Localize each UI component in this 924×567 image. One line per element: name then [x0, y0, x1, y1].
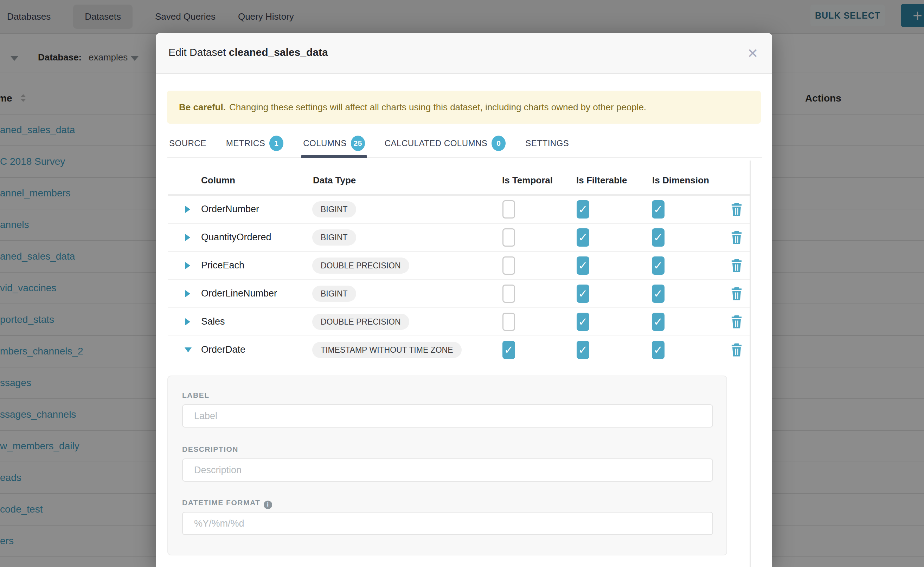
tab-settings[interactable]: SETTINGS	[525, 134, 569, 153]
warning-text: Changing these settings will affect all …	[229, 102, 646, 113]
delete-column-icon[interactable]	[731, 315, 743, 329]
modal-title-prefix: Edit Dataset	[169, 46, 226, 58]
data-type-pill: BIGINT	[312, 201, 356, 218]
datetime-format-text: DATETIME FORMAT	[182, 498, 260, 507]
warning-bold-text: Be careful.	[179, 102, 226, 113]
expand-caret-icon[interactable]	[185, 290, 192, 297]
warning-banner: Be careful. Changing these settings will…	[167, 91, 761, 124]
tab-label: SOURCE	[169, 138, 206, 148]
expand-caret-icon[interactable]	[185, 262, 192, 269]
modal-scrollbar-track[interactable]	[749, 160, 751, 567]
data-type-pill: DOUBLE PRECISION	[312, 258, 409, 274]
is-dimension-checkbox[interactable]	[652, 200, 665, 219]
is-dimension-checkbox[interactable]	[652, 228, 665, 247]
datetime-format-field-label: DATETIME FORMATi	[182, 498, 272, 509]
modal-title-dataset-name: cleaned_sales_data	[229, 46, 328, 58]
column-name: OrderLineNumber	[201, 288, 277, 299]
tab-columns[interactable]: COLUMNS25	[303, 134, 365, 153]
column-name: Sales	[201, 316, 225, 327]
is-temporal-header: Is Temporal	[502, 175, 553, 186]
is-filterable-checkbox[interactable]	[576, 200, 589, 219]
is-dimension-checkbox[interactable]	[652, 256, 665, 275]
column-name: OrderDate	[201, 344, 245, 355]
is-temporal-checkbox[interactable]	[503, 285, 515, 303]
label-field-label: LABEL	[182, 391, 209, 399]
table-row-expanded: OrderDate TIMESTAMP WITHOUT TIME ZONE	[168, 336, 750, 364]
columns-count-badge: 25	[351, 136, 365, 151]
data-type-pill: DOUBLE PRECISION	[312, 314, 409, 330]
calculated-columns-count-badge: 0	[492, 136, 506, 151]
close-icon[interactable]: ✕	[742, 43, 763, 64]
delete-column-icon[interactable]	[731, 343, 743, 357]
table-row: PriceEach DOUBLE PRECISION	[168, 252, 750, 280]
is-filterable-checkbox[interactable]	[576, 256, 589, 275]
data-type-pill: BIGINT	[312, 286, 356, 302]
label-input[interactable]	[182, 404, 713, 428]
table-row: OrderNumber BIGINT	[168, 196, 750, 224]
is-filterable-checkbox[interactable]	[576, 285, 589, 303]
column-name: OrderNumber	[201, 204, 259, 214]
delete-column-icon[interactable]	[731, 231, 743, 244]
data-type-pill: TIMESTAMP WITHOUT TIME ZONE	[312, 342, 462, 358]
metrics-count-badge: 1	[269, 136, 283, 151]
modal-tabs: SOURCE METRICS1 COLUMNS25 CALCULATED COL…	[167, 134, 762, 158]
column-name: PriceEach	[201, 260, 244, 271]
delete-column-icon[interactable]	[731, 286, 743, 301]
is-temporal-checkbox[interactable]	[503, 313, 515, 331]
is-temporal-checkbox[interactable]	[503, 256, 515, 275]
tab-label: CALCULATED COLUMNS	[385, 138, 488, 148]
is-filterable-checkbox[interactable]	[576, 313, 589, 331]
delete-column-icon[interactable]	[731, 202, 743, 216]
is-filterable-checkbox[interactable]	[576, 341, 589, 359]
tab-source[interactable]: SOURCE	[169, 134, 206, 153]
is-temporal-checkbox[interactable]	[503, 200, 515, 219]
data-type-header: Data Type	[313, 175, 356, 186]
expand-caret-icon[interactable]	[185, 318, 192, 325]
tab-label: METRICS	[226, 138, 265, 148]
is-filterable-checkbox[interactable]	[576, 228, 589, 247]
is-dimension-checkbox[interactable]	[652, 341, 665, 359]
modal-title: Edit Dataset cleaned_sales_data	[169, 46, 328, 58]
is-dimension-header: Is Dimension	[652, 175, 709, 186]
is-temporal-checkbox[interactable]	[503, 341, 515, 359]
is-temporal-checkbox[interactable]	[503, 228, 515, 247]
is-dimension-checkbox[interactable]	[652, 285, 665, 303]
column-name: QuantityOrdered	[201, 232, 271, 243]
description-input[interactable]	[182, 459, 713, 482]
column-header: Column	[201, 175, 235, 186]
data-type-pill: BIGINT	[312, 230, 356, 246]
table-row: Sales DOUBLE PRECISION	[168, 308, 750, 336]
is-dimension-checkbox[interactable]	[652, 313, 665, 331]
tab-calculated-columns[interactable]: CALCULATED COLUMNS0	[385, 134, 506, 153]
tab-metrics[interactable]: METRICS1	[226, 134, 284, 153]
info-icon[interactable]: i	[264, 501, 272, 509]
description-field-label: DESCRIPTION	[182, 445, 238, 453]
modal-header: Edit Dataset cleaned_sales_data ✕	[156, 33, 772, 74]
expand-caret-icon[interactable]	[185, 234, 192, 241]
is-filterable-header: Is Filterable	[576, 175, 627, 186]
collapse-caret-icon[interactable]	[185, 346, 192, 353]
delete-column-icon[interactable]	[731, 258, 743, 273]
expand-caret-icon[interactable]	[185, 206, 192, 213]
tab-label: SETTINGS	[525, 138, 569, 148]
column-detail-panel: LABEL DESCRIPTION DATETIME FORMATi	[167, 375, 727, 555]
columns-rows: OrderNumber BIGINT QuantityOrdered BIGIN…	[168, 196, 750, 364]
edit-dataset-modal: Edit Dataset cleaned_sales_data ✕ Be car…	[156, 33, 772, 567]
tab-label: COLUMNS	[303, 138, 347, 148]
datetime-format-input[interactable]	[182, 512, 713, 535]
screen: Databases Datasets Saved Queries Query H…	[0, 0, 924, 567]
table-row: QuantityOrdered BIGINT	[168, 224, 750, 252]
table-row: OrderLineNumber BIGINT	[168, 280, 750, 308]
